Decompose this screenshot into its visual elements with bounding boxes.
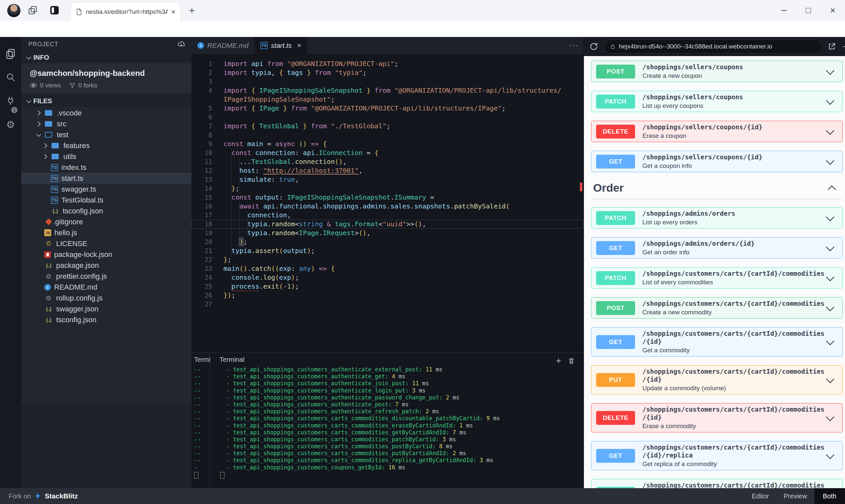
tree-item-hello.js[interactable]: JShello.js [21,227,191,238]
maximize-button[interactable] [796,0,821,21]
tree-item-tsconfig.json[interactable]: {..}tsconfig.json [21,314,191,325]
chevron-down-icon[interactable] [826,375,834,383]
editor-more-actions[interactable]: ··· [568,40,579,51]
tree-item-features[interactable]: features [21,140,191,151]
tree-item-rollup.config.js[interactable]: ⚙rollup.config.js [21,292,191,304]
tab-close-icon[interactable]: × [171,8,176,16]
code-line[interactable]: 19 typia.random<IPage.IRequest>(), [191,229,584,237]
code-line[interactable]: 24 console.log(exp); [191,273,584,282]
tree-item-prettier.config.js[interactable]: ⚙prettier.config.js [21,271,191,282]
endpoint-card[interactable]: PATCH/shoppings/customers/carts/{cartId}… [591,479,843,488]
tree-item-package-lock.json[interactable]: package-lock.json [21,249,191,260]
code-line[interactable]: 12 host: "http://localhost:37001", [191,166,584,175]
code-line[interactable]: IPageIShoppingSaleSnapshot"; [191,95,584,104]
tree-item-test[interactable]: test [21,129,191,140]
code-line[interactable]: 7import { TestGlobal } from "./TestGloba… [191,122,584,131]
code-line[interactable]: 1import api from "@ORGANIZATION/PROJECT-… [191,59,584,68]
chevron-down-icon[interactable] [826,126,834,134]
section-header-order[interactable]: Order [593,181,841,194]
code-line[interactable]: 10 const connection: api.IConnection = { [191,148,584,157]
terminal-main-pane[interactable]: Terminal + - test_api_shoppings_customer… [210,353,584,488]
code-line[interactable]: 9const main = async () => { [191,140,584,148]
chevron-down-icon[interactable] [826,213,834,221]
endpoint-card[interactable]: PATCH/shoppings/admins/ordersList up eve… [591,207,843,229]
endpoint-card[interactable]: POST/shoppings/sellers/couponsCreate a n… [591,61,843,82]
code-line[interactable]: 6 [191,113,584,122]
code-line[interactable]: 3 [191,77,584,86]
browser-tab[interactable]: nestia.io/editor/?url=https%3A% × [71,3,180,21]
code-line[interactable]: 18 typia.random<string & tags.Format<"uu… [191,220,584,229]
terminal-mini-pane[interactable]: Terminal ----------------------------- [191,353,210,488]
tree-item-.vscode[interactable]: .vscode [21,108,191,119]
code-line[interactable]: 11 ...TestGlobal.connection(), [191,157,584,166]
code-line[interactable]: 25 process.exit(-1); [191,282,584,291]
tree-item-package.json[interactable]: {..}package.json [21,260,191,271]
chevron-down-icon[interactable] [826,243,834,251]
code-line[interactable]: 17 connection, [191,211,584,220]
mode-button-editor[interactable]: Editor [744,492,776,500]
code-line[interactable]: 26}); [191,291,584,300]
chevron-down-icon[interactable] [826,413,834,421]
code-line[interactable]: 8 [191,131,584,140]
section-info[interactable]: INFO [21,52,191,63]
code-line[interactable]: 22}; [191,255,584,264]
code-editor[interactable]: 1import api from "@ORGANIZATION/PROJECT-… [191,54,584,353]
endpoint-card[interactable]: GET/shoppings/sellers/coupons/{id}Get a … [591,151,843,172]
endpoint-card[interactable]: PATCH/shoppings/sellers/couponsList up e… [591,91,843,112]
code-line[interactable]: 14 }; [191,184,584,193]
tree-item-LICENSE[interactable]: ©LICENSE [21,238,191,249]
tree-item-utils[interactable]: utils [21,151,191,162]
chevron-down-icon[interactable] [826,96,834,105]
search-icon[interactable] [5,72,16,83]
chevron-down-icon[interactable] [826,156,834,165]
stackblitz-brand[interactable]: StackBlitz [45,492,78,500]
trash-icon[interactable] [568,357,575,364]
preview-refresh-icon[interactable] [589,42,598,51]
minimize-button[interactable] [772,0,796,21]
tree-item-swagger.ts[interactable]: TSswagger.ts [21,184,191,195]
code-line[interactable]: 13 simulate: true, [191,175,584,184]
code-line[interactable]: 4import { IPageIShoppingSaleSnapshot } f… [191,86,584,95]
open-external-icon[interactable] [828,42,836,51]
endpoint-card[interactable]: DELETE/shoppings/customers/carts/{cartId… [591,403,843,432]
code-line[interactable]: 5import { IPage } from "@ORGANIZATION/PR… [191,104,584,113]
chevron-down-icon[interactable] [826,66,834,74]
code-line[interactable]: 15 const output: IPageIShoppingSaleSnaps… [191,193,584,202]
tab-start-ts[interactable]: TS start.ts × [254,37,307,54]
vertical-tabs-icon[interactable] [49,5,60,16]
code-line[interactable]: 2import typia, { tags } from "typia"; [191,68,584,77]
chevron-down-icon[interactable] [826,337,834,345]
tree-item-.gitignore[interactable]: .gitignore [21,216,191,227]
new-terminal-icon[interactable]: + [556,356,561,366]
cloud-download-icon[interactable] [177,40,186,49]
browser-profile-avatar[interactable] [7,4,20,17]
endpoint-card[interactable]: DELETE/shoppings/sellers/coupons/{id}Era… [591,121,843,142]
code-line[interactable]: 20 ); [191,237,584,246]
close-button[interactable]: × [821,0,845,21]
preview-address-bar[interactable]: hejx4brun-d54o--3000--34c588ed.local.web… [604,40,822,53]
tree-item-README.md[interactable]: iREADME.md [21,282,191,292]
new-tab-button[interactable]: + [189,5,195,17]
settings-gear-icon[interactable]: ⚙ [6,119,15,130]
code-line[interactable]: 27 [191,300,584,309]
tree-item-start.ts[interactable]: TSstart.ts [21,173,191,184]
mode-button-both[interactable]: Both [814,488,845,504]
tree-item-TestGlobal.ts[interactable]: TSTestGlobal.ts [21,195,191,205]
endpoint-card[interactable]: GET/shoppings/customers/carts/{cartId}/c… [591,327,843,357]
chevron-down-icon[interactable] [826,273,834,281]
endpoint-card[interactable]: PUT/shoppings/customers/carts/{cartId}/c… [591,365,843,395]
tree-item-tsconfig.json[interactable]: {..}tsconfig.json [21,205,191,216]
endpoint-card[interactable]: GET/shoppings/customers/carts/{cartId}/c… [591,441,843,470]
close-tab-icon[interactable]: × [297,41,301,50]
files-icon[interactable] [5,48,16,59]
code-line[interactable]: 16 await api.functional.shoppings.admins… [191,202,584,211]
endpoint-card[interactable]: GET/shoppings/admins/orders/{id}Get an o… [591,237,843,258]
tree-item-index.ts[interactable]: TSindex.ts [21,162,191,173]
tree-item-src[interactable]: src [21,119,191,129]
endpoint-card[interactable]: PATCH/shoppings/customers/carts/{cartId}… [591,267,843,289]
code-line[interactable]: 23main().catch((exp: any) => { [191,264,584,273]
code-line[interactable]: 21 typia.assert(output); [191,246,584,255]
ports-plug-icon[interactable] [5,96,16,106]
workspaces-icon[interactable] [28,5,38,15]
mode-button-preview[interactable]: Preview [776,492,814,500]
